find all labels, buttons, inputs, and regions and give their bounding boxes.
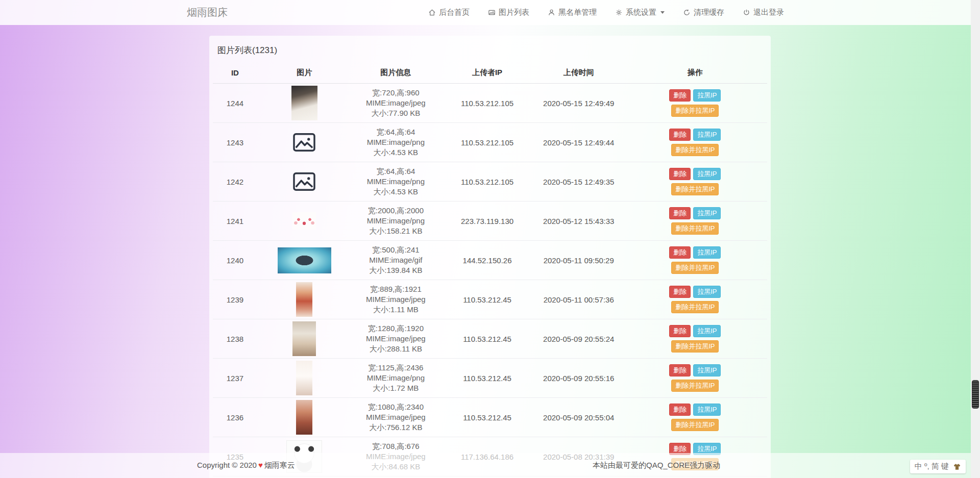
- image-table-body: 1244 宽:720,高:960 MIME:image/jpeg 大小:77.9…: [213, 84, 767, 476]
- image-info-cell: 宽:720,高:960 MIME:image/jpeg 大小:77.90 KB: [351, 84, 440, 123]
- nav-item-label: 退出登录: [753, 8, 784, 17]
- block-ip-button[interactable]: 拉黑IP: [693, 89, 721, 102]
- image-dimensions: 宽:1080,高:2340: [353, 402, 438, 412]
- uploader-ip-cell: 110.53.212.105: [440, 84, 534, 123]
- delete-button[interactable]: 删除: [669, 207, 691, 219]
- nav-item-blacklist[interactable]: 黑名单管理: [548, 8, 597, 17]
- column-header-time: 上传时间: [534, 63, 623, 84]
- delete-button[interactable]: 删除: [669, 404, 691, 416]
- uploader-ip-cell: 110.53.212.45: [440, 319, 534, 359]
- block-ip-button[interactable]: 拉黑IP: [693, 168, 721, 180]
- nav-item-label: 黑名单管理: [558, 8, 597, 17]
- nav-item-clear-cache[interactable]: 清理缓存: [683, 8, 724, 17]
- delete-and-block-ip-button[interactable]: 删除并拉黑IP: [671, 419, 719, 431]
- refresh-icon: [683, 9, 691, 16]
- image-cell: [257, 123, 352, 162]
- heart-icon: ♥: [257, 461, 264, 469]
- image-size: 大小:1.72 MB: [353, 383, 438, 393]
- image-thumbnail[interactable]: [296, 400, 312, 435]
- image-thumbnail[interactable]: [291, 86, 317, 120]
- nav-item-label: 系统设置: [626, 8, 656, 17]
- upload-time-cell: 2020-05-11 00:57:36: [534, 280, 623, 319]
- table-row: 1240 宽:500,高:241 MIME:image/gif 大小:139.8…: [213, 241, 767, 280]
- block-ip-button[interactable]: 拉黑IP: [693, 404, 721, 416]
- image-id-cell: 1236: [213, 398, 257, 437]
- image-mime: MIME:image/png: [353, 216, 438, 226]
- gear-icon: [615, 9, 623, 16]
- delete-button[interactable]: 删除: [669, 89, 691, 102]
- image-thumbnail[interactable]: [292, 171, 316, 192]
- image-dimensions: 宽:1125,高:2436: [353, 363, 438, 373]
- nav-item-settings[interactable]: 系统设置: [615, 8, 665, 17]
- delete-button[interactable]: 删除: [669, 364, 691, 376]
- image-thumbnail[interactable]: [292, 321, 316, 356]
- scrollbar-thumb[interactable]: [972, 380, 979, 409]
- image-thumbnail[interactable]: [292, 212, 316, 230]
- delete-and-block-ip-button[interactable]: 删除并拉黑IP: [671, 144, 719, 156]
- image-dimensions: 宽:500,高:241: [353, 245, 438, 255]
- delete-button[interactable]: 删除: [669, 325, 691, 337]
- nav-item-image-list[interactable]: 图片列表: [488, 8, 529, 17]
- delete-button[interactable]: 删除: [669, 286, 691, 298]
- scrollbar-track[interactable]: [971, 0, 980, 478]
- image-size: 大小:158.21 KB: [353, 226, 438, 236]
- block-ip-button[interactable]: 拉黑IP: [693, 129, 721, 141]
- upload-time-cell: 2020-05-09 20:55:04: [534, 398, 623, 437]
- block-ip-button[interactable]: 拉黑IP: [693, 286, 721, 298]
- top-navbar: 烟雨图床 后台首页 图片列表 黑名单管理 系统设置 清理缓存 退出登录: [0, 0, 971, 25]
- image-mime: MIME:image/jpeg: [353, 412, 438, 422]
- delete-and-block-ip-button[interactable]: 删除并拉黑IP: [671, 222, 719, 235]
- image-cell: [257, 280, 352, 319]
- image-list-panel: 图片列表(1231) ID 图片 图片信息 上传者IP 上传时间 操作 1244…: [209, 36, 771, 478]
- delete-and-block-ip-button[interactable]: 删除并拉黑IP: [671, 301, 719, 313]
- image-size: 大小:4.53 KB: [353, 147, 438, 158]
- image-info-cell: 宽:2000,高:2000 MIME:image/png 大小:158.21 K…: [351, 202, 440, 241]
- delete-and-block-ip-button[interactable]: 删除并拉黑IP: [671, 340, 719, 353]
- uploader-ip-cell: 110.53.212.45: [440, 280, 534, 319]
- copyright-author: 烟雨寒云: [264, 461, 295, 469]
- image-dimensions: 宽:708,高:676: [353, 441, 438, 451]
- image-mime: MIME:image/png: [353, 373, 438, 383]
- block-ip-button[interactable]: 拉黑IP: [693, 364, 721, 376]
- image-cell: [257, 202, 352, 241]
- block-ip-button[interactable]: 拉黑IP: [693, 207, 721, 219]
- image-dimensions: 宽:720,高:960: [353, 88, 438, 98]
- uploader-ip-cell: 110.53.212.105: [440, 162, 534, 202]
- delete-and-block-ip-button[interactable]: 删除并拉黑IP: [671, 380, 719, 392]
- upload-time-cell: 2020-05-09 20:55:16: [534, 359, 623, 398]
- uploader-ip-cell: 110.53.212.105: [440, 123, 534, 162]
- block-ip-button[interactable]: 拉黑IP: [693, 246, 721, 259]
- ime-skin-icon[interactable]: [953, 463, 961, 470]
- delete-button[interactable]: 删除: [669, 129, 691, 141]
- image-dimensions: 宽:889,高:1921: [353, 284, 438, 294]
- delete-button[interactable]: 删除: [669, 246, 691, 259]
- nav-item-dashboard[interactable]: 后台首页: [428, 8, 470, 17]
- column-header-image: 图片: [257, 63, 352, 84]
- delete-and-block-ip-button[interactable]: 删除并拉黑IP: [671, 183, 719, 195]
- image-thumbnail[interactable]: [278, 247, 331, 273]
- image-id-cell: 1243: [213, 123, 257, 162]
- image-thumbnail[interactable]: [296, 361, 312, 395]
- table-row: 1238 宽:1280,高:1920 MIME:image/jpeg 大小:28…: [213, 319, 767, 359]
- table-header-row: ID 图片 图片信息 上传者IP 上传时间 操作: [213, 63, 767, 84]
- image-info-cell: 宽:889,高:1921 MIME:image/jpeg 大小:1.11 MB: [351, 280, 440, 319]
- image-thumbnail[interactable]: [296, 282, 312, 317]
- block-ip-button[interactable]: 拉黑IP: [693, 325, 721, 337]
- page-footer: Copyright © 2020♥烟雨寒云 本站由最可爱的QAQ_CORE强力驱…: [0, 453, 971, 478]
- brand[interactable]: 烟雨图床: [187, 6, 228, 19]
- panel-title: 图片列表(1231): [209, 36, 771, 63]
- delete-button[interactable]: 删除: [669, 168, 691, 180]
- actions-cell: 删除 拉黑IP 删除并拉黑IP: [623, 241, 767, 280]
- image-dimensions: 宽:64,高:64: [353, 127, 438, 137]
- nav-item-logout[interactable]: 退出登录: [743, 8, 784, 17]
- image-thumbnail[interactable]: [292, 132, 316, 153]
- image-id-cell: 1240: [213, 241, 257, 280]
- image-size: 大小:77.90 KB: [353, 108, 438, 118]
- image-cell: [257, 398, 352, 437]
- delete-and-block-ip-button[interactable]: 删除并拉黑IP: [671, 105, 719, 117]
- image-table: ID 图片 图片信息 上传者IP 上传时间 操作 1244 宽:720,高:96…: [213, 63, 767, 476]
- upload-time-cell: 2020-05-15 12:49:44: [534, 123, 623, 162]
- image-id-cell: 1239: [213, 280, 257, 319]
- actions-cell: 删除 拉黑IP 删除并拉黑IP: [623, 84, 767, 123]
- delete-and-block-ip-button[interactable]: 删除并拉黑IP: [671, 262, 719, 274]
